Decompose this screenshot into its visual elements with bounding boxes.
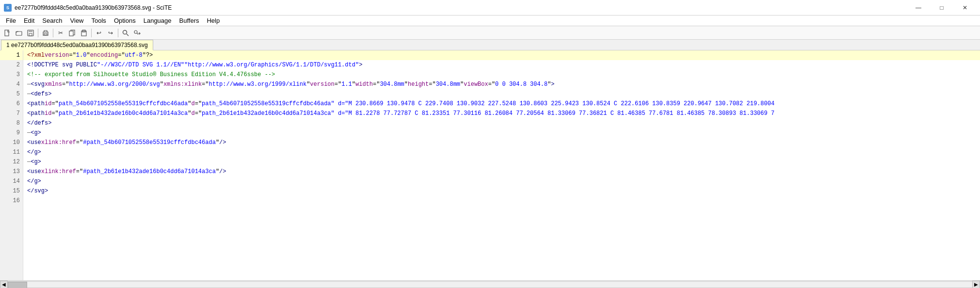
menu-tools[interactable]: Tools [88,16,110,26]
title-bar: S ee7277b0f9fddd48c5ed0a0baa91390b639735… [0,0,980,16]
svg-rect-8 [69,31,73,36]
code-line: </g> [23,176,980,186]
scroll-left-button[interactable]: ◀ [0,281,8,288]
findreplace-button[interactable] [132,28,143,38]
window-title: ee7277b0f9fddd48c5ed0a0baa91390b63973568… [15,4,172,11]
line-number: 11 [0,147,23,157]
code-line: </g> [23,147,980,157]
code-line: </defs> [23,118,980,128]
line-number: 14 [0,176,23,186]
svg-point-11 [123,30,127,34]
line-number: 16 [0,196,23,206]
line-number: 12 [0,157,23,167]
menu-bar: File Edit Search View Tools Options Lang… [0,16,980,26]
code-line: — <g> [23,128,980,138]
code-line: <!DOCTYPE svg PUBLIC "-//W3C//DTD SVG 1.… [23,60,980,70]
code-line: — <g> [23,157,980,167]
print-button[interactable] [40,28,51,38]
editor-area: 12345678910111213141516 <?xml version="1… [0,50,980,280]
toolbar-sep-3 [91,29,92,37]
undo-button[interactable]: ↩ [94,28,104,38]
save-button[interactable] [25,28,36,38]
code-line: <use xlink:href="#path_54b6071052558e553… [23,138,980,147]
code-line: <path id="path_2b61e1b432ade16b0c4dd6a71… [23,109,980,118]
line-number: 4 [0,80,23,89]
menu-help[interactable]: Help [203,16,224,26]
tab-bar: 1 ee7277b0f9fddd48c5ed0a0baa91390b639735… [0,40,980,50]
menu-edit[interactable]: Edit [20,16,38,26]
menu-language[interactable]: Language [140,16,176,26]
svg-rect-3 [29,30,32,32]
code-line: <?xml version="1.0" encoding="utf-8"?> [23,50,980,60]
toolbar: ✂ ↩ ↪ [0,26,980,40]
cut-button[interactable]: ✂ [55,28,66,38]
line-number: 8 [0,118,23,128]
app-icon: S [4,4,12,12]
code-line: — <defs> [23,89,980,99]
line-number: 6 [0,99,23,109]
line-number: 2 [0,60,23,70]
code-line: — <svg xmlns="http://www.w3.org/2000/svg… [23,80,980,89]
toolbar-sep-4 [118,29,118,37]
code-line: <use xlink:href="#path_2b61e1b432ade16b0… [23,167,980,176]
find-button[interactable] [120,28,131,38]
line-number: 13 [0,167,23,176]
svg-rect-4 [29,33,32,36]
line-number: 10 [0,138,23,147]
bottom-scrollbar[interactable]: ◀ ▶ [0,280,980,288]
menu-buffers[interactable]: Buffers [176,16,203,26]
code-area[interactable]: <?xml version="1.0" encoding="utf-8"?><!… [23,50,980,280]
paste-button[interactable] [79,28,89,38]
line-number: 1 [0,50,23,60]
scroll-right-button[interactable]: ▶ [972,281,980,288]
copy-button[interactable] [67,28,78,38]
title-bar-left: S ee7277b0f9fddd48c5ed0a0baa91390b639735… [4,4,172,12]
svg-line-14 [137,33,139,34]
svg-rect-0 [5,30,9,36]
window-controls: — □ ✕ [907,0,976,16]
menu-file[interactable]: File [2,16,20,26]
svg-rect-6 [44,33,47,35]
horizontal-scrollbar-track[interactable] [8,281,972,288]
code-line: <!-- exported from Silhouette Studio® Bu… [23,70,980,80]
minimize-button[interactable]: — [907,0,930,16]
code-line: <path id="path_54b6071052558e55319cffcfd… [23,99,980,109]
open-button[interactable] [14,28,24,38]
new-button[interactable] [2,28,13,38]
menu-options[interactable]: Options [110,16,140,26]
active-tab[interactable]: 1 ee7277b0f9fddd48c5ed0a0baa91390b639735… [1,40,153,50]
svg-point-13 [134,31,137,33]
line-number: 15 [0,186,23,196]
line-number: 3 [0,70,23,80]
toolbar-sep-1 [38,29,38,37]
line-number: 5 [0,89,23,99]
close-button[interactable]: ✕ [954,0,976,16]
horizontal-scrollbar-thumb[interactable] [8,282,27,288]
line-number: 7 [0,109,23,118]
svg-line-12 [127,34,129,36]
menu-search[interactable]: Search [38,16,66,26]
redo-button[interactable]: ↪ [105,28,116,38]
line-number: 9 [0,128,23,138]
line-numbers: 12345678910111213141516 [0,50,23,280]
code-line: </svg> [23,186,980,196]
code-line [23,196,980,206]
menu-view[interactable]: View [66,16,88,26]
toolbar-sep-2 [53,29,53,37]
maximize-button[interactable]: □ [931,0,953,16]
